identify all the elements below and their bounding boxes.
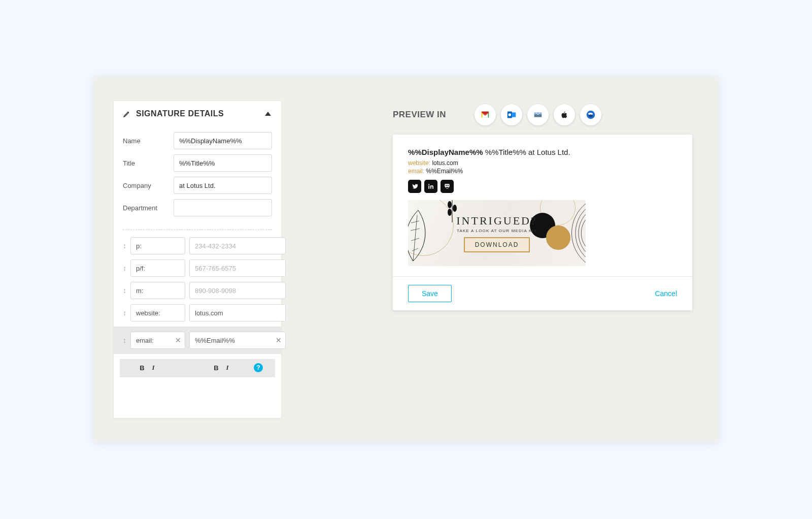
banner-title: INTRIGUED? xyxy=(456,214,537,228)
client-thunderbird[interactable] xyxy=(580,104,601,125)
promo-banner[interactable]: INTRIGUED? TAKE A LOOK AT OUR MEDIA KIT … xyxy=(408,200,586,266)
svg-rect-3 xyxy=(534,112,542,114)
drag-handle-icon[interactable]: ↕ xyxy=(123,242,126,250)
drag-handle-icon[interactable]: ↕ xyxy=(123,309,126,317)
company-label: Company xyxy=(123,182,174,189)
panel-title: SIGNATURE DETAILS xyxy=(136,109,224,118)
preview-card: %%DisplayName%% %%Title%% at Lotus Ltd. … xyxy=(393,135,692,310)
email-client-selector xyxy=(475,104,601,125)
svg-point-10 xyxy=(453,205,457,212)
contact-label-input[interactable] xyxy=(130,260,185,277)
editor-canvas: SIGNATURE DETAILS Name Title Company Dep… xyxy=(93,77,719,442)
contact-row-website: ↕ xyxy=(120,304,275,321)
svg-point-2 xyxy=(509,113,512,116)
title-input[interactable] xyxy=(174,154,272,172)
client-mac-mail[interactable] xyxy=(527,104,549,125)
contact-label-input[interactable] xyxy=(130,304,185,321)
contact-value-input[interactable] xyxy=(189,282,286,299)
department-input[interactable] xyxy=(174,199,272,216)
contact-row-email: ↕ ✕ ✕ xyxy=(114,327,281,354)
collapse-icon[interactable] xyxy=(265,112,271,116)
twitter-icon[interactable] xyxy=(408,180,421,193)
social-icons xyxy=(408,180,677,193)
signature-name-line: %%DisplayName%% %%Title%% at Lotus Ltd. xyxy=(408,148,677,156)
contact-row-fax: ↕ xyxy=(120,260,275,277)
svg-rect-6 xyxy=(445,184,449,187)
download-button[interactable]: DOWNLOAD xyxy=(464,237,530,252)
contact-value-input[interactable] xyxy=(189,304,286,321)
signature-title-company: %%Title%% at Lotus Ltd. xyxy=(485,148,570,156)
separator xyxy=(123,230,272,230)
help-icon[interactable]: ? xyxy=(254,363,263,372)
pencil-icon xyxy=(123,110,131,118)
contact-fields: ↕ ↕ ↕ ↕ ↕ xyxy=(114,237,281,377)
save-button[interactable]: Save xyxy=(408,285,452,302)
contact-value-input[interactable] xyxy=(189,237,286,254)
name-input[interactable] xyxy=(174,132,272,149)
contact-value-input[interactable] xyxy=(189,260,286,277)
company-input[interactable] xyxy=(174,177,272,194)
basic-fields: Name Title Company Department xyxy=(114,126,281,223)
signature-details-panel: SIGNATURE DETAILS Name Title Company Dep… xyxy=(114,101,281,418)
name-label: Name xyxy=(123,137,174,145)
signature-displayname: %%DisplayName%% xyxy=(408,148,483,156)
client-apple[interactable] xyxy=(554,104,575,125)
client-gmail[interactable] xyxy=(475,104,496,125)
italic-button[interactable]: I xyxy=(223,364,231,372)
bold-button[interactable]: B xyxy=(212,364,220,372)
contact-value-input[interactable] xyxy=(189,332,286,349)
bold-button[interactable]: B xyxy=(138,364,146,372)
contact-row-mobile: ↕ xyxy=(120,282,275,299)
svg-point-9 xyxy=(448,201,452,208)
svg-point-11 xyxy=(448,209,452,216)
contact-label-input[interactable] xyxy=(130,237,185,254)
linkedin-icon[interactable] xyxy=(424,180,437,193)
client-outlook[interactable] xyxy=(501,104,522,125)
clear-icon[interactable]: ✕ xyxy=(276,336,282,344)
signature-email-line: email: %%Email%% xyxy=(408,168,677,175)
preview-section: PREVIEW IN xyxy=(393,101,692,418)
banner-subtitle: TAKE A LOOK AT OUR MEDIA KIT xyxy=(457,229,537,233)
preview-footer: Save Cancel xyxy=(393,276,692,310)
svg-rect-1 xyxy=(512,112,516,117)
svg-point-7 xyxy=(446,185,447,186)
italic-button[interactable]: I xyxy=(149,364,157,372)
signature-website-line: website: lotus.com xyxy=(408,159,677,167)
drag-handle-icon[interactable]: ↕ xyxy=(123,336,126,344)
panel-header[interactable]: SIGNATURE DETAILS xyxy=(114,101,281,126)
svg-point-8 xyxy=(448,185,449,186)
format-toolbar: B I B I ? xyxy=(120,359,275,377)
drag-handle-icon[interactable]: ↕ xyxy=(123,286,126,295)
preview-heading: PREVIEW IN xyxy=(393,110,446,120)
department-label: Department xyxy=(123,204,174,212)
slideshare-icon[interactable] xyxy=(441,180,454,193)
contact-row-phone: ↕ xyxy=(120,237,275,254)
drag-handle-icon[interactable]: ↕ xyxy=(123,264,126,272)
contact-label-input[interactable] xyxy=(130,282,185,299)
clear-icon[interactable]: ✕ xyxy=(175,336,181,344)
title-label: Title xyxy=(123,159,174,167)
cancel-button[interactable]: Cancel xyxy=(655,289,677,298)
